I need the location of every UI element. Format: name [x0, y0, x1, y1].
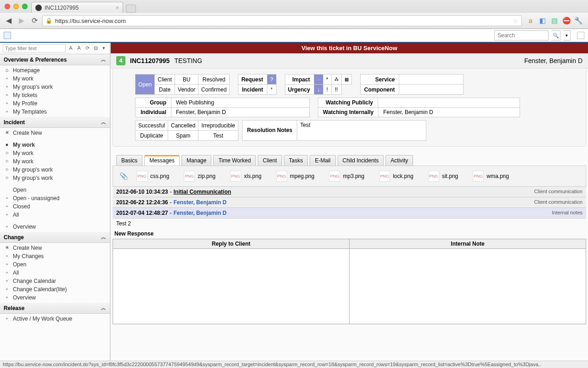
logout-icon[interactable] — [577, 32, 584, 39]
attachment[interactable]: PNGcss.png — [136, 171, 169, 182]
back-button[interactable]: ◀ — [4, 16, 14, 26]
font-larger-icon[interactable]: A — [76, 45, 82, 52]
date-cell[interactable]: Date — [155, 85, 175, 95]
nav-item[interactable]: ▫My work — [0, 75, 110, 83]
open-state-button[interactable]: Open — [136, 75, 155, 95]
log-row[interactable]: 2012-07-04 12:48:27 - Fenster, Benjamin … — [113, 208, 586, 218]
close-window-icon[interactable] — [5, 4, 10, 9]
nav-item[interactable]: ▫My tickets — [0, 91, 110, 99]
nav-item[interactable]: ▫My Profile — [0, 99, 110, 108]
window-controls[interactable] — [5, 4, 28, 9]
vendor-cell[interactable]: Vendor — [175, 85, 198, 95]
impact-tree-icon[interactable]: ⁂ — [331, 75, 341, 85]
attachment[interactable]: PNGwma.png — [473, 171, 509, 182]
bookmark-icon[interactable]: ☆ — [513, 17, 519, 24]
urgency-med-icon[interactable]: ! — [323, 85, 331, 95]
adblock-ext-icon[interactable]: ⛔ — [562, 17, 571, 25]
tab-basics[interactable]: Basics — [116, 155, 142, 166]
font-smaller-icon[interactable]: A — [68, 45, 74, 52]
section-overview[interactable]: Overview & Preferences ︽ — [0, 54, 110, 65]
nav-item[interactable]: ○My group's work — [0, 174, 110, 182]
log-row[interactable]: 2012-06-10 10:34:23 - Initial Communicat… — [113, 187, 586, 197]
zoom-window-icon[interactable] — [22, 4, 28, 9]
log-author[interactable]: Fenster, Benjamin D — [174, 199, 226, 206]
nav-item[interactable]: Open — [0, 186, 110, 194]
section-release[interactable]: Release ︽ — [0, 303, 110, 314]
settings-wrench-icon[interactable]: 🔧 — [574, 17, 582, 25]
nav-item[interactable]: ●My work — [0, 141, 110, 149]
res-spam[interactable]: Spam — [168, 131, 198, 141]
tab-child incidents[interactable]: Child Incidents — [338, 155, 384, 166]
address-bar[interactable]: 🔒 ☆ — [42, 15, 522, 26]
amazon-ext-icon[interactable]: a — [526, 17, 535, 25]
res-duplicate[interactable]: Duplicate — [136, 131, 168, 141]
nav-item[interactable]: ▫My Templates — [0, 108, 110, 116]
attachment[interactable]: PNGzip.png — [184, 171, 215, 182]
resolution-notes-input[interactable]: Test — [297, 121, 426, 140]
res-test[interactable]: Test — [198, 131, 238, 141]
search-dropdown-icon[interactable]: ▼ — [563, 30, 571, 40]
tab-activity[interactable]: Activity — [385, 155, 413, 166]
impact-low-icon[interactable]: · — [314, 75, 323, 85]
collapse-nav-icon[interactable]: ⊟ — [92, 45, 99, 52]
bu-cell[interactable]: BU — [175, 75, 198, 85]
minimize-window-icon[interactable] — [13, 4, 19, 9]
ext-icon-1[interactable]: ◧ — [538, 17, 547, 25]
attachment[interactable]: PNGmp3.png — [329, 171, 364, 182]
section-incident[interactable]: Incident ︽ — [0, 117, 110, 128]
nav-item[interactable]: ▫Open - unassigned — [0, 194, 110, 202]
resolved-cell[interactable]: Resolved — [198, 75, 230, 85]
forward-button[interactable]: ▶ — [17, 16, 27, 26]
nav-item[interactable]: ▫Closed — [0, 202, 110, 211]
nav-item[interactable]: ▫Active / My Work Queue — [0, 315, 110, 323]
refresh-nav-icon[interactable]: ⟳ — [84, 45, 90, 52]
nav-item[interactable]: ✳Create New — [0, 244, 110, 252]
service-value[interactable] — [399, 75, 463, 85]
tab-client[interactable]: Client — [258, 155, 282, 166]
attachment[interactable]: PNGmpeg.png — [276, 171, 314, 182]
nav-item[interactable]: ▫All — [0, 269, 110, 277]
attachment[interactable]: PNGlock.png — [379, 171, 413, 182]
urgency-high-icon[interactable]: !! — [331, 85, 341, 95]
tab-manage[interactable]: Manage — [181, 155, 211, 166]
individual-value[interactable]: Fenster, Benjamin D — [171, 108, 254, 117]
tab-close-icon[interactable]: × — [115, 4, 119, 11]
nav-menu-icon[interactable]: ▾ — [101, 45, 107, 52]
nav-item[interactable]: ⌂Homepage — [0, 66, 110, 75]
section-change[interactable]: Change ︽ — [0, 232, 110, 243]
nav-item[interactable]: ▫Change Calendar(lite) — [0, 285, 110, 293]
url-input[interactable] — [55, 17, 510, 24]
res-cancelled[interactable]: Cancelled — [168, 121, 198, 131]
internal-note-input[interactable] — [350, 249, 586, 322]
nav-item[interactable]: ▫Overview — [0, 223, 110, 231]
request-unknown-icon[interactable]: ? — [267, 75, 276, 85]
filter-input[interactable] — [3, 44, 66, 52]
nav-item[interactable]: ▫My Changes — [0, 252, 110, 260]
new-tab-button[interactable] — [126, 5, 136, 13]
nav-item[interactable]: ▫Overview — [0, 293, 110, 302]
confirmed-cell[interactable]: Confirmed — [198, 85, 230, 95]
search-icon[interactable]: 🔍 — [551, 30, 560, 40]
nav-item[interactable]: ▫My group's work — [0, 83, 110, 91]
client-cell[interactable]: Client — [155, 75, 175, 85]
incident-icon[interactable]: * — [267, 85, 276, 95]
nav-item[interactable]: ○My work — [0, 157, 110, 166]
paperclip-icon[interactable]: 📎 — [119, 172, 128, 180]
log-author[interactable]: Fenster, Benjamin D — [174, 210, 226, 216]
log-row[interactable]: 2012-06-22 12:24:36 - Fenster, Benjamin … — [113, 197, 586, 208]
nav-item[interactable]: ▫All — [0, 211, 110, 219]
attachment[interactable]: PNGsit.png — [428, 171, 458, 182]
nav-item[interactable]: ▫Change Calendar — [0, 277, 110, 285]
ext-icon-2[interactable]: ▤ — [550, 17, 559, 25]
reply-to-client-input[interactable] — [113, 249, 349, 322]
attachment[interactable]: PNGxls.png — [230, 171, 261, 182]
tab-tasks[interactable]: Tasks — [284, 155, 308, 166]
log-author[interactable]: Initial Communication — [174, 189, 231, 195]
tab-e-mail[interactable]: E-Mail — [310, 155, 335, 166]
reload-button[interactable]: ⟳ — [29, 16, 40, 26]
nav-item[interactable]: ○My work — [0, 149, 110, 157]
group-value[interactable]: Web Publishing — [171, 98, 254, 107]
tab-messages[interactable]: Messages — [144, 155, 180, 166]
urgency-low-icon[interactable]: ↓ — [314, 85, 323, 95]
tab-time worked[interactable]: Time Worked — [213, 155, 256, 166]
